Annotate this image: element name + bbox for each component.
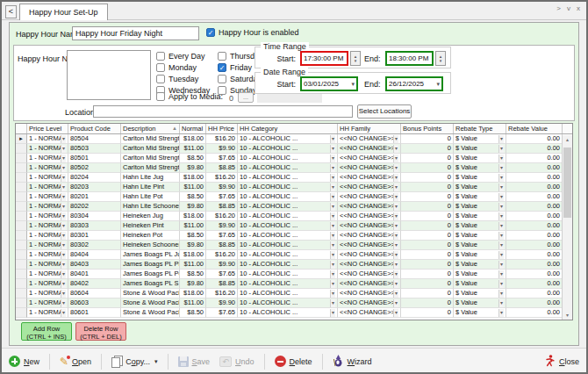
cell-dropdown[interactable]: $ Value▾ xyxy=(454,260,506,270)
cell-dropdown[interactable]: 1 - NORMAL▾ xyxy=(27,202,68,212)
dropdown-chevron-icon[interactable]: ▾ xyxy=(330,309,335,317)
dropdown-chevron-icon[interactable]: ▾ xyxy=(498,145,504,153)
back-button[interactable]: < xyxy=(5,5,17,18)
cell-dropdown[interactable]: 1 - NORMAL▾ xyxy=(27,134,68,144)
dropdown-chevron-icon[interactable]: ▾ xyxy=(330,145,335,153)
tab-list-icon[interactable]: v xyxy=(567,4,570,12)
cell-value[interactable]: Stone & Wood Paci... xyxy=(121,308,180,318)
dropdown-chevron-icon[interactable]: ▾ xyxy=(498,299,504,307)
cell-value[interactable]: Stone & Wood Paci... xyxy=(121,298,180,308)
cell-value[interactable]: 80202 xyxy=(68,202,121,212)
dropdown-chevron-icon[interactable]: ▾ xyxy=(330,155,335,162)
cell-dropdown[interactable]: <<NO CHANGE>>▾ xyxy=(338,279,401,289)
grid-row[interactable]: 1 - NORMAL▾80204Hahn Lite Jug$18.00$16.2… xyxy=(16,173,572,183)
cell-value[interactable]: 80301 xyxy=(68,231,121,241)
cell-value[interactable]: 80503 xyxy=(68,144,121,154)
dropdown-chevron-icon[interactable]: ▾ xyxy=(433,78,440,90)
cell-value[interactable]: 0 xyxy=(401,202,454,212)
dropdown-chevron-icon[interactable]: ▾ xyxy=(498,212,504,220)
cell-value[interactable]: 0.00 xyxy=(506,173,563,183)
cell-dropdown[interactable]: $ Value▾ xyxy=(454,212,506,221)
grid-row[interactable]: 1 - NORMAL▾80304Heineken Jug$18.00$16.20… xyxy=(16,212,572,221)
cell-value[interactable]: $11.00 xyxy=(180,260,206,270)
cell-value[interactable]: 0.00 xyxy=(506,183,563,192)
grid-header-product-code[interactable]: Product Code xyxy=(68,124,121,133)
cell-dropdown[interactable]: $ Value▾ xyxy=(454,183,506,192)
time-end-spinner[interactable]: ▴ ▾ xyxy=(435,51,446,66)
cell-dropdown[interactable]: $ Value▾ xyxy=(454,270,506,279)
cell-dropdown[interactable]: <<NO CHANGE>>▾ xyxy=(338,231,401,241)
grid-header-bonus-points[interactable]: Bonus Points xyxy=(401,124,454,133)
cell-value[interactable]: Hahn Lite Schooner xyxy=(121,202,180,212)
cell-value[interactable]: 0 xyxy=(401,260,454,270)
cell-dropdown[interactable]: $ Value▾ xyxy=(454,134,506,144)
cell-dropdown[interactable]: 10 - ALCOHOLIC ...▾ xyxy=(238,163,338,173)
cell-value[interactable]: 0 xyxy=(401,154,454,163)
cell-dropdown[interactable]: 1 - NORMAL▾ xyxy=(27,183,68,192)
dropdown-chevron-icon[interactable]: ▾ xyxy=(330,299,335,307)
cell-value[interactable]: 0 xyxy=(401,212,454,221)
cell-dropdown[interactable]: 10 - ALCOHOLIC ...▾ xyxy=(238,260,338,270)
cell-value[interactable]: $9.80 xyxy=(180,202,206,212)
cell-value[interactable]: 0 xyxy=(401,221,454,231)
dropdown-chevron-icon[interactable]: ▾ xyxy=(393,155,398,162)
cell-value[interactable]: 0 xyxy=(401,289,454,298)
time-start-spinner[interactable]: ▴ ▾ xyxy=(350,51,361,66)
cell-dropdown[interactable]: 10 - ALCOHOLIC ...▾ xyxy=(238,231,338,241)
dropdown-chevron-icon[interactable]: ▾ xyxy=(330,270,335,278)
cell-dropdown[interactable]: $ Value▾ xyxy=(454,250,506,260)
cell-value[interactable]: 0 xyxy=(401,270,454,279)
cell-dropdown[interactable]: <<NO CHANGE>>▾ xyxy=(338,202,401,212)
checkbox-unchecked-icon[interactable] xyxy=(156,75,165,83)
dropdown-chevron-icon[interactable]: ▾ xyxy=(61,183,66,191)
day-checkbox-monday[interactable]: Monday xyxy=(156,63,218,72)
tab-close-icon[interactable]: x xyxy=(577,4,580,12)
tab-happy-hour-setup[interactable]: Happy Hour Set-Up xyxy=(19,4,108,20)
dropdown-chevron-icon[interactable]: ▾ xyxy=(393,164,398,172)
dropdown-chevron-icon[interactable]: ▾ xyxy=(330,203,335,211)
cell-value[interactable]: $8.50 xyxy=(180,192,206,202)
cell-value[interactable]: Heineken Jug xyxy=(121,212,180,221)
cell-value[interactable]: $16.20 xyxy=(206,173,238,183)
scrollbar-down-icon[interactable]: ▾ xyxy=(563,311,572,320)
cell-dropdown[interactable]: 10 - ALCOHOLIC ...▾ xyxy=(238,144,338,154)
cell-value[interactable]: 0 xyxy=(401,308,454,318)
cell-dropdown[interactable]: <<NO CHANGE>>▾ xyxy=(338,241,401,250)
scrollbar-up-icon[interactable]: ▴ xyxy=(563,135,572,144)
cell-value[interactable]: 0.00 xyxy=(506,163,563,173)
checkbox-unchecked-icon[interactable] xyxy=(156,63,165,72)
dropdown-chevron-icon[interactable]: ▾ xyxy=(393,145,398,153)
cell-dropdown[interactable]: 1 - NORMAL▾ xyxy=(27,270,68,279)
dropdown-chevron-icon[interactable]: ▾ xyxy=(61,145,66,153)
grid-row[interactable]: 1 - NORMAL▾80604Stone & Wood Paci...$18.… xyxy=(16,289,572,298)
cell-value[interactable]: $16.20 xyxy=(206,250,238,260)
cell-dropdown[interactable]: 10 - ALCOHOLIC ...▾ xyxy=(238,308,338,318)
delete-button[interactable]: Delete xyxy=(275,356,312,367)
checkbox-unchecked-icon[interactable] xyxy=(218,52,226,61)
cell-dropdown[interactable]: $ Value▾ xyxy=(454,154,506,163)
cell-value[interactable]: 0.00 xyxy=(506,250,563,260)
dropdown-chevron-icon[interactable]: ▾ xyxy=(61,212,66,220)
date-end-input[interactable]: 26/12/2025 ▾ xyxy=(385,76,443,91)
grid-row[interactable]: 1 - NORMAL▾80501Carlton Mid Strengt...$8… xyxy=(16,154,572,163)
cell-dropdown[interactable]: $ Value▾ xyxy=(454,163,506,173)
dropdown-chevron-icon[interactable]: ▾ xyxy=(61,203,66,211)
cell-value[interactable]: $11.00 xyxy=(180,221,206,231)
cell-value[interactable]: Heineken Pot xyxy=(121,231,180,241)
dropdown-chevron-icon[interactable]: ▾ xyxy=(330,164,335,172)
dropdown-chevron-icon[interactable]: ▾ xyxy=(498,270,504,278)
cell-value[interactable]: 0.00 xyxy=(506,202,563,212)
cell-dropdown[interactable]: 1 - NORMAL▾ xyxy=(27,221,68,231)
grid-header-price-level[interactable]: Price Level xyxy=(27,124,68,133)
cell-value[interactable]: Carlton Mid Strengt... xyxy=(121,134,180,144)
dropdown-chevron-icon[interactable]: ▾ xyxy=(393,135,398,143)
cell-dropdown[interactable]: 1 - NORMAL▾ xyxy=(27,241,68,250)
dropdown-chevron-icon[interactable]: ▾ xyxy=(61,155,66,162)
cell-value[interactable]: $7.65 xyxy=(206,231,238,241)
cell-value[interactable]: $16.20 xyxy=(206,212,238,221)
grid-header-normal[interactable]: Normal xyxy=(180,124,206,133)
cell-value[interactable]: $9.90 xyxy=(206,144,238,154)
cell-value[interactable]: 0.00 xyxy=(506,134,563,144)
cell-value[interactable]: 0 xyxy=(401,173,454,183)
dropdown-chevron-icon[interactable]: ▾ xyxy=(61,174,66,182)
